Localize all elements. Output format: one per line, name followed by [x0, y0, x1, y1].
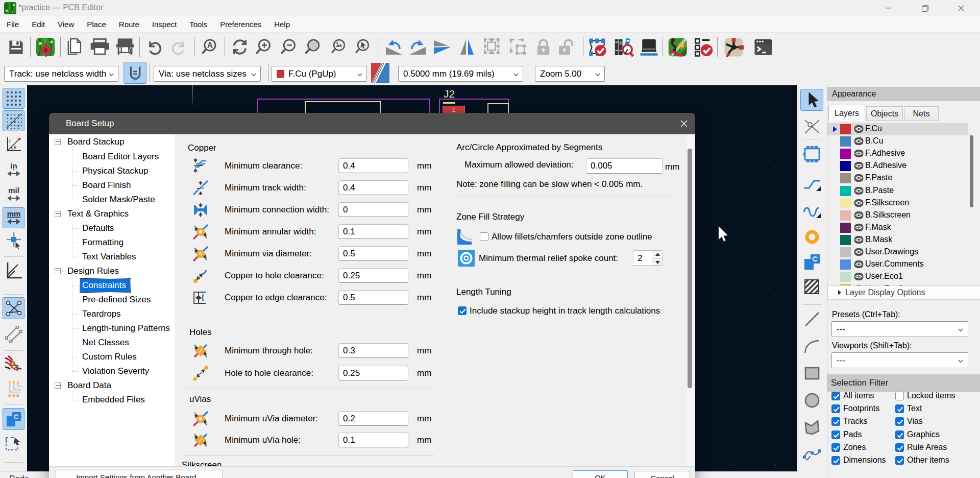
svg-text:mil: mil: [8, 186, 19, 195]
svg-text:A: A: [207, 41, 213, 50]
svg-text:in: in: [10, 161, 17, 170]
svg-text:r: r: [9, 138, 11, 144]
svg-text:mm: mm: [7, 209, 20, 218]
svg-text:θ: θ: [14, 145, 16, 150]
